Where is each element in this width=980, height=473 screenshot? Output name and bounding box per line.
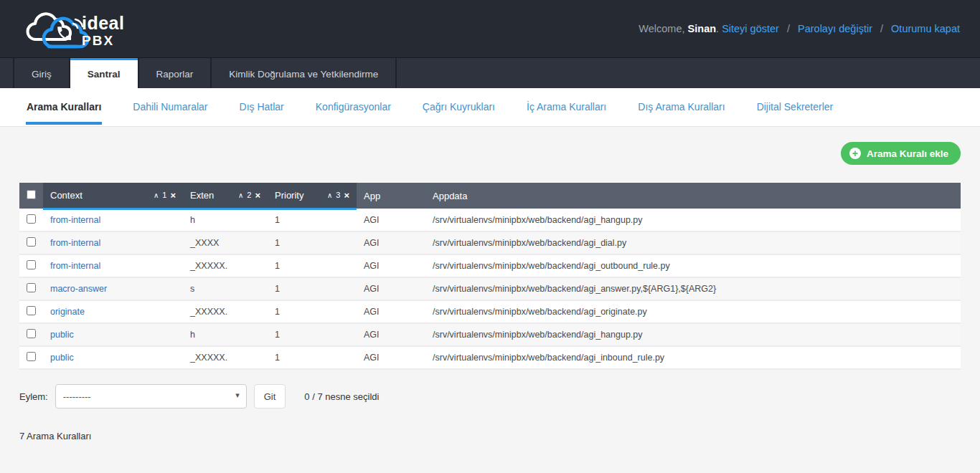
brand-text: ideal PBX [82, 14, 124, 47]
column-header-app[interactable]: App [357, 183, 425, 209]
go-button[interactable]: Git [254, 384, 286, 408]
context-cell: macro-answer [43, 277, 183, 300]
subnav-dahili-numaralar[interactable]: Dahili Numaralar [132, 90, 208, 125]
row-select-cell [19, 209, 43, 231]
subnav-dijital-sekreterler[interactable]: Dijital Sekreterler [756, 90, 834, 125]
subnav-cagri-kuyruklari[interactable]: Çağrı Kuyrukları [422, 90, 496, 125]
appdata-cell: /srv/virtualenvs/minipbx/web/backend/agi… [425, 300, 961, 323]
context-cell: from-internal [43, 231, 183, 254]
tab-giris[interactable]: Giriş [14, 58, 69, 88]
app-cell: AGI [357, 346, 425, 369]
brand-subname: PBX [82, 34, 124, 47]
user-tools: Welcome, Sinan. Siteyi göster / Parolayı… [639, 23, 960, 34]
context-link[interactable]: macro-answer [50, 284, 107, 294]
link-separator: / [787, 23, 790, 34]
exten-cell: h [183, 323, 268, 346]
row-select-cell [19, 346, 43, 369]
exten-cell: s [183, 277, 268, 300]
context-link[interactable]: public [50, 330, 74, 340]
column-header-priority[interactable]: Priority ∧ 3 × [268, 183, 357, 209]
object-tools: + Arama Kuralı ekle [19, 142, 961, 165]
content-area: + Arama Kuralı ekle Context ∧ 1 [0, 126, 980, 473]
context-cell: originate [43, 300, 183, 323]
sort-remove-icon[interactable]: × [344, 191, 349, 200]
row-select-cell [19, 254, 43, 277]
column-header-appdata[interactable]: Appdata [425, 183, 961, 209]
logout-link[interactable]: Oturumu kapat [891, 23, 960, 34]
priority-cell: 1 [268, 277, 357, 300]
sort-ascending-icon[interactable]: ∧ [327, 191, 332, 199]
tabbar-spacer [0, 58, 13, 88]
priority-cell: 1 [268, 323, 357, 346]
change-password-link[interactable]: Parolayı değiştir [798, 23, 872, 34]
sort-remove-icon[interactable]: × [170, 191, 176, 200]
row-select-cell [19, 277, 43, 300]
add-arama-kurali-button[interactable]: + Arama Kuralı ekle [841, 142, 961, 165]
column-header-context[interactable]: Context ∧ 1 × [43, 183, 183, 209]
row-select-checkbox[interactable] [27, 260, 36, 269]
subnav-konfigurasyonlar[interactable]: Konfigürasyonlar [315, 90, 392, 125]
context-link[interactable]: from-internal [50, 238, 100, 248]
action-label: Eylem: [19, 391, 48, 402]
sort-priority-number: 3 [336, 191, 340, 199]
column-label: Context [50, 190, 83, 201]
subnav-dis-arama-kurallari[interactable]: Dış Arama Kuralları [637, 90, 725, 125]
app-cell: AGI [357, 323, 425, 346]
row-select-checkbox[interactable] [27, 306, 36, 315]
tab-raporlar[interactable]: Raporlar [139, 58, 211, 88]
select-all-header [19, 183, 43, 209]
action-select[interactable]: --------- [55, 384, 247, 408]
app-cell: AGI [357, 277, 425, 300]
action-select-wrap: --------- ▾ [55, 384, 247, 408]
priority-cell: 1 [268, 209, 357, 231]
page: ideal PBX Welcome, Sinan. Siteyi göster … [0, 0, 980, 473]
context-link[interactable]: public [50, 353, 74, 363]
appdata-cell: /srv/virtualenvs/minipbx/web/backend/agi… [425, 231, 961, 254]
action-bar: Eylem: --------- ▾ Git 0 / 7 nesne seçil… [19, 384, 961, 408]
table-row: public _XXXXX. 1 AGI /srv/virtualenvs/mi… [19, 346, 961, 369]
column-label: Priority [275, 190, 303, 201]
subnav: Arama Kuralları Dahili Numaralar Dış Hat… [0, 88, 980, 126]
table-row: from-internal h 1 AGI /srv/virtualenvs/m… [19, 209, 961, 231]
brand-logo-link[interactable]: ideal PBX [20, 6, 124, 51]
row-select-cell [19, 231, 43, 254]
brand-name: ideal [82, 14, 124, 32]
column-label: Appdata [433, 191, 467, 201]
subnav-arama-kurallari[interactable]: Arama Kuralları [26, 90, 102, 125]
view-site-link[interactable]: Siteyi göster [722, 23, 779, 34]
exten-cell: _XXXXX. [183, 300, 268, 323]
select-all-checkbox[interactable] [27, 190, 36, 199]
exten-cell: _XXXX [183, 231, 268, 254]
table-row: from-internal _XXXXX. 1 AGI /srv/virtual… [19, 254, 961, 277]
row-select-checkbox[interactable] [27, 329, 36, 338]
row-select-checkbox[interactable] [27, 237, 36, 247]
exten-cell: _XXXXX. [183, 254, 268, 277]
sort-ascending-icon[interactable]: ∧ [154, 191, 159, 199]
main-tabbar: Giriş Santral Raporlar Kimlik Doğrulama … [0, 57, 980, 88]
sort-ascending-icon[interactable]: ∧ [238, 191, 243, 199]
row-select-checkbox[interactable] [27, 283, 36, 292]
tab-kimlik-dogrulama[interactable]: Kimlik Doğrulama ve Yetkilendirme [212, 58, 395, 88]
appdata-cell: /srv/virtualenvs/minipbx/web/backend/agi… [425, 254, 961, 277]
table-row: public h 1 AGI /srv/virtualenvs/minipbx/… [19, 323, 961, 346]
subnav-ic-arama-kurallari[interactable]: İç Arama Kuralları [526, 90, 607, 125]
context-link[interactable]: originate [50, 307, 85, 317]
subnav-dis-hatlar[interactable]: Dış Hatlar [239, 90, 285, 125]
username: Sinan [688, 23, 716, 34]
tabbar-filler [397, 58, 980, 88]
context-link[interactable]: from-internal [50, 215, 100, 225]
link-separator: / [880, 23, 883, 34]
row-select-checkbox[interactable] [27, 352, 36, 361]
appdata-cell: /srv/virtualenvs/minipbx/web/backend/agi… [425, 209, 961, 231]
context-link[interactable]: from-internal [50, 261, 100, 271]
column-header-exten[interactable]: Exten ∧ 2 × [183, 183, 268, 209]
row-select-checkbox[interactable] [27, 214, 36, 224]
top-header: ideal PBX Welcome, Sinan. Siteyi göster … [0, 0, 980, 57]
context-cell: from-internal [43, 209, 183, 231]
sort-remove-icon[interactable]: × [255, 191, 260, 200]
priority-cell: 1 [268, 300, 357, 323]
tab-santral[interactable]: Santral [70, 58, 138, 88]
plus-circle-icon: + [849, 148, 861, 159]
table-body: from-internal h 1 AGI /srv/virtualenvs/m… [19, 209, 961, 369]
context-cell: public [43, 323, 183, 346]
